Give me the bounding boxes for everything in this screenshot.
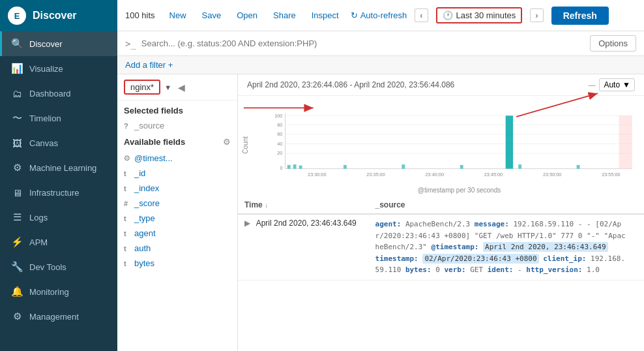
time-range-button[interactable]: 🕐 Last 30 minutes: [436, 7, 523, 23]
field-name: @timest...: [134, 153, 173, 163]
results-table-wrap: Time ↓ _source ▶ April 2nd 2020, 23:46:4…: [238, 196, 644, 351]
apm-icon: ⚡: [11, 236, 23, 248]
sidebar-item-canvas[interactable]: 🖼Canvas: [0, 130, 117, 155]
search-row: >_ Options: [117, 31, 644, 56]
app-logo: E: [8, 7, 26, 25]
field-type: t: [124, 260, 130, 267]
sidebar-item-label: Canvas: [29, 138, 58, 148]
svg-text:80: 80: [277, 122, 282, 128]
field-item-_score[interactable]: #_score: [117, 196, 237, 211]
sidebar-item-label: Dev Tools: [29, 262, 66, 272]
source-cell: agent: ApacheBench/2.3 message: 192.168.…: [369, 214, 644, 280]
sidebar-item-discover[interactable]: 🔍Discover: [0, 31, 117, 56]
dropdown-arrow-icon[interactable]: ▼: [164, 84, 171, 91]
sidebar-item-label: Timelion: [29, 114, 61, 123]
available-fields-title: Available fields: [124, 137, 185, 147]
sidebar-item-label: Management: [29, 312, 79, 322]
field-name: bytes: [134, 258, 154, 268]
index-pattern-row: nginx* ▼ ◀: [117, 74, 237, 100]
open-button[interactable]: Open: [233, 9, 261, 22]
field-name: _id: [134, 168, 145, 178]
sidebar-item-logs[interactable]: ☰Logs: [0, 205, 117, 230]
time-column-header[interactable]: Time ↓: [238, 196, 369, 214]
sidebar-item-label: Visualize: [29, 64, 63, 74]
prev-time-button[interactable]: ‹: [415, 8, 428, 22]
expand-row-button[interactable]: ▶: [244, 219, 250, 228]
interval-select[interactable]: Auto ▼: [599, 78, 635, 91]
save-button[interactable]: Save: [198, 9, 226, 22]
svg-rect-24: [344, 165, 347, 169]
top-toolbar: 100 hits New Save Open Share Inspect ↻ A…: [117, 0, 644, 31]
selected-field-source[interactable]: ? _source: [117, 118, 237, 133]
svg-rect-27: [518, 164, 521, 169]
gear-icon[interactable]: ⚙: [223, 137, 231, 147]
refresh-button[interactable]: Refresh: [551, 7, 609, 25]
sidebar-item-management[interactable]: ⚙Management: [0, 304, 117, 329]
field-name: agent: [134, 228, 156, 238]
sidebar-item-label: Infrastructure: [29, 188, 80, 198]
field-name: _type: [134, 213, 155, 223]
field-item-@timest...[interactable]: ⊙@timest...: [117, 151, 237, 166]
sidebar-item-monitoring[interactable]: 🔔Monitoring: [0, 279, 117, 304]
share-button[interactable]: Share: [269, 9, 300, 22]
svg-text:0: 0: [280, 165, 282, 171]
sidebar: E Discover 🔍Discover📊Visualize🗂Dashboard…: [0, 0, 117, 351]
app-name: Discover: [33, 10, 77, 22]
svg-rect-26: [460, 165, 463, 169]
field-item-_type[interactable]: t_type: [117, 211, 237, 226]
inspect-button[interactable]: Inspect: [308, 9, 343, 22]
field-item-agent[interactable]: tagent: [117, 226, 237, 241]
fields-panel: nginx* ▼ ◀ Selected fields ? _source Ava…: [117, 74, 238, 351]
new-button[interactable]: New: [166, 9, 190, 22]
chart-x-label: @timestamp per 30 seconds: [284, 187, 635, 194]
canvas-icon: 🖼: [11, 137, 23, 149]
content-area: nginx* ▼ ◀ Selected fields ? _source Ava…: [117, 74, 644, 351]
field-type: ⊙: [124, 154, 130, 162]
sort-icon: ↓: [265, 202, 268, 209]
available-fields-header: Available fields ⚙: [117, 133, 237, 151]
table-row: ▶ April 2nd 2020, 23:46:43.649 agent: Ap…: [238, 214, 644, 280]
sidebar-nav: 🔍Discover📊Visualize🗂Dashboard〜Timelion🖼C…: [0, 31, 117, 351]
field-item-_index[interactable]: t_index: [117, 181, 237, 196]
search-input[interactable]: [141, 38, 585, 48]
search-prefix-icon: >_: [125, 38, 136, 49]
svg-text:100: 100: [274, 113, 282, 119]
svg-rect-20: [619, 115, 632, 168]
svg-text:40: 40: [277, 141, 282, 147]
sidebar-item-label: Monitoring: [29, 287, 69, 297]
options-button[interactable]: Options: [590, 35, 636, 52]
field-item-auth[interactable]: tauth: [117, 241, 237, 256]
field-item-_id[interactable]: t_id: [117, 166, 237, 181]
sidebar-header: E Discover: [0, 0, 117, 31]
sidebar-item-timelion[interactable]: 〜Timelion: [0, 106, 117, 130]
sidebar-item-dashboard[interactable]: 🗂Dashboard: [0, 81, 117, 106]
sidebar-item-visualize[interactable]: 📊Visualize: [0, 56, 117, 81]
sidebar-item-dev-tools[interactable]: 🔧Dev Tools: [0, 254, 117, 279]
auto-refresh-button[interactable]: ↻ Auto-refresh: [351, 10, 407, 20]
sidebar-item-apm[interactable]: ⚡APM: [0, 230, 117, 254]
selected-fields-title: Selected fields: [117, 100, 237, 118]
chevron-down-icon: ▼: [622, 80, 630, 89]
add-filter-button[interactable]: Add a filter +: [125, 60, 173, 70]
sidebar-item-label: Logs: [29, 213, 48, 222]
time-nav-arrows-right: ›: [530, 8, 543, 22]
svg-rect-21: [287, 165, 291, 169]
sidebar-item-label: Dashboard: [29, 89, 71, 99]
results-table: Time ↓ _source ▶ April 2nd 2020, 23:46:4…: [238, 196, 644, 281]
source-content: agent: ApacheBench/2.3 message: 192.168.…: [375, 219, 637, 276]
sidebar-item-machine-learning[interactable]: ⚙Machine Learning: [0, 155, 117, 180]
chart-time-range: April 2nd 2020, 23:26:44.086 - April 2nd…: [247, 80, 454, 89]
index-pattern-value[interactable]: nginx*: [124, 80, 160, 95]
field-type: t: [124, 215, 130, 222]
field-type: t: [124, 245, 130, 252]
next-time-button[interactable]: ›: [530, 8, 543, 22]
field-item-bytes[interactable]: tbytes: [117, 256, 237, 271]
sidebar-item-label: APM: [29, 237, 48, 247]
sidebar-item-infrastructure[interactable]: 🖥Infrastructure: [0, 180, 117, 205]
sidebar-item-label: Machine Learning: [29, 163, 96, 173]
svg-rect-19: [506, 115, 513, 168]
field-name: _score: [134, 198, 160, 208]
logs-icon: ☰: [11, 211, 23, 223]
chart-y-label: Count: [242, 136, 249, 154]
back-button[interactable]: ◀: [178, 82, 185, 93]
